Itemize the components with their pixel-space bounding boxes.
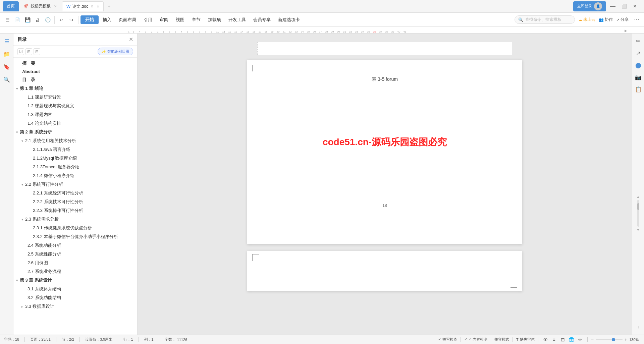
toc-expand-btn[interactable]: ⊞	[25, 48, 32, 55]
toc-item[interactable]: ▸3.3 数据库设计	[13, 302, 137, 311]
view-web-btn[interactable]: 🌐	[568, 336, 575, 343]
toc-collapse-btn[interactable]: ⊟	[34, 48, 40, 55]
toc-item[interactable]: 目 录	[13, 75, 137, 84]
toc-item[interactable]: 2.5 系统性能分析	[13, 250, 137, 259]
zoom-thumb[interactable]	[612, 338, 615, 341]
references-menu[interactable]: 引用	[140, 15, 156, 24]
toc-item[interactable]: 摘 要	[13, 59, 137, 68]
toc-item[interactable]: ▾2.3 系统需求分析	[13, 215, 137, 224]
toc-chevron-icon[interactable]: ▾	[16, 130, 18, 134]
nav-icon-bookmarks[interactable]: 🔖	[2, 62, 12, 72]
toc-check-all-btn[interactable]: ☑	[17, 48, 24, 55]
ruler-right-scroll[interactable]: ▶	[625, 29, 627, 33]
share-btn[interactable]: ↗ 分享	[616, 17, 629, 22]
restore-icon[interactable]: ⧉	[91, 4, 93, 8]
nav-icon-files[interactable]: 📁	[2, 49, 12, 59]
toc-item[interactable]: 2.7 系统业务流程	[13, 267, 137, 276]
save-icon-btn[interactable]: 💾	[23, 15, 32, 24]
toc-item[interactable]: ▾第 1 章 绪论	[13, 84, 137, 93]
tab-doc[interactable]: W 论文.doc ⧉ ✕	[62, 1, 104, 11]
undo-btn[interactable]: ↩	[57, 15, 66, 24]
toc-item[interactable]: 1.1 课题研究背景	[13, 93, 137, 102]
chapter-menu[interactable]: 章节	[189, 15, 204, 24]
close-btn[interactable]: ✕	[631, 3, 639, 9]
toc-item[interactable]: 3.2 系统功能结构	[13, 293, 137, 302]
toc-item[interactable]: 2.2.1 系统经济可行性分析	[13, 189, 137, 197]
toc-chevron-icon[interactable]: ▸	[21, 305, 23, 308]
search-box[interactable]: 🔍 查找命令、搜索模板	[515, 15, 575, 24]
right-clipboard-icon[interactable]: 📋	[634, 84, 643, 94]
nav-icon-toc[interactable]: ☰	[2, 36, 12, 46]
collab-btn[interactable]: 👥 协作	[599, 17, 613, 22]
toc-chevron-icon[interactable]: ▾	[21, 183, 23, 186]
missing-font-item[interactable]: T 缺失字体	[516, 337, 535, 342]
toc-item[interactable]: 1.3 课题内容	[13, 110, 137, 119]
toc-chevron-icon[interactable]: ▾	[21, 139, 23, 143]
page-layout-menu[interactable]: 页面布局	[115, 15, 140, 24]
spell-check-item[interactable]: ✓ 拼写检查	[438, 337, 457, 342]
right-camera-icon[interactable]: 📷	[634, 72, 643, 82]
new-options-menu[interactable]: 新建选项卡	[275, 15, 303, 24]
sidebar-close-btn[interactable]: ✕	[129, 36, 133, 43]
toc-chevron-icon[interactable]: ▾	[16, 279, 18, 282]
right-circle-icon[interactable]: ⬤	[634, 60, 643, 70]
tab-home[interactable]: 首页	[3, 1, 19, 11]
scroll-settings-btn[interactable]: ⋮	[637, 326, 640, 329]
maximize-btn[interactable]: ⬜	[620, 3, 629, 9]
toc-item[interactable]: 2.6 用例图	[13, 259, 137, 267]
start-btn[interactable]: 开始	[80, 15, 99, 24]
toc-item[interactable]: ▾第 3 章 系统设计	[13, 276, 137, 285]
toc-item[interactable]: ▾第 2 章 系统分析	[13, 128, 137, 136]
zoom-out-btn[interactable]: −	[591, 337, 594, 342]
toc-item[interactable]: 2.1.1Java 语言介绍	[13, 145, 137, 154]
view-eye-btn[interactable]: 👁	[542, 336, 549, 343]
toc-item[interactable]: 2.3.2 本基于微信平台健身小助手小程序分析	[13, 232, 137, 241]
nav-icon-search[interactable]: 🔍	[2, 74, 12, 84]
document-area[interactable]: 表 3-5 forum code51.cn-源码乐园盗图必究 18	[138, 34, 632, 335]
right-expand-icon[interactable]: ↗	[634, 48, 643, 58]
more-btn[interactable]: ⋯	[632, 15, 641, 24]
toc-item[interactable]: 2.2.3 系统操作可行性分析	[13, 206, 137, 215]
history-icon-btn[interactable]: 🕐	[43, 15, 52, 24]
print-icon-btn[interactable]: 🖨	[33, 15, 42, 24]
insert-menu[interactable]: 插入	[99, 15, 115, 24]
toc-item[interactable]: 2.1.3Tomcat 服务器介绍	[13, 163, 137, 171]
view-split-btn[interactable]: ⊟	[559, 336, 567, 343]
scroll-down-btn[interactable]: ▼	[637, 228, 640, 232]
view-edit-btn[interactable]: ✏	[577, 336, 584, 343]
scroll-thumb[interactable]	[637, 203, 639, 210]
toc-item[interactable]: 2.1.2Mysql 数据库介绍	[13, 154, 137, 163]
new-tab-button[interactable]: +	[105, 2, 113, 10]
ai-recognize-btn[interactable]: ✨ 智能识别目录	[98, 48, 133, 55]
zoom-slider[interactable]	[596, 339, 623, 340]
review-menu[interactable]: 审阅	[156, 15, 172, 24]
toc-chevron-icon[interactable]: ▾	[16, 87, 18, 91]
view-list-btn[interactable]: ≡	[550, 336, 558, 343]
toc-item[interactable]: ▾2.1 系统使用相关技术分析	[13, 136, 137, 145]
toc-item[interactable]: Abstract	[13, 68, 137, 75]
toc-item[interactable]: 3.1 系统体系结构	[13, 285, 137, 293]
minimize-btn[interactable]: —	[608, 3, 618, 10]
right-edit-icon[interactable]: ✏	[634, 36, 643, 46]
vip-menu[interactable]: 会员专享	[250, 15, 274, 24]
toc-item[interactable]: 2.3.1 传统健身系统优缺点分析	[13, 224, 137, 232]
toc-item[interactable]: 2.4 系统功能分析	[13, 241, 137, 250]
tab-template[interactable]: 稻 找稻壳模板 ✕	[20, 1, 61, 11]
doc-tab-close[interactable]: ✕	[97, 5, 99, 8]
scroll-up-btn[interactable]: ▲	[637, 195, 640, 198]
toc-item[interactable]: 2.2.2 系统技术可行性分析	[13, 197, 137, 206]
toc-item[interactable]: 2.1.4 微信小程序介绍	[13, 171, 137, 180]
toc-item[interactable]: ▾2.2 系统可行性分析	[13, 180, 137, 189]
redo-btn[interactable]: ↪	[67, 15, 76, 24]
file-icon-btn[interactable]: 📄	[13, 15, 22, 24]
register-btn[interactable]: 立即登录 👤	[573, 1, 606, 11]
toc-item[interactable]: 1.4 论文结构安排	[13, 119, 137, 128]
addons-menu[interactable]: 加载项	[205, 15, 224, 24]
view-menu[interactable]: 视图	[172, 15, 188, 24]
toc-item[interactable]: 1.2 课题现状与实现意义	[13, 102, 137, 110]
menu-btn[interactable]: ☰	[3, 15, 12, 24]
toc-chevron-icon[interactable]: ▾	[21, 218, 23, 221]
template-tab-close[interactable]: ✕	[54, 4, 57, 8]
content-check-item[interactable]: ✓ ✓ 内容检测	[464, 337, 487, 342]
cloud-btn[interactable]: ☁ 字码：18 未上云	[578, 17, 595, 22]
